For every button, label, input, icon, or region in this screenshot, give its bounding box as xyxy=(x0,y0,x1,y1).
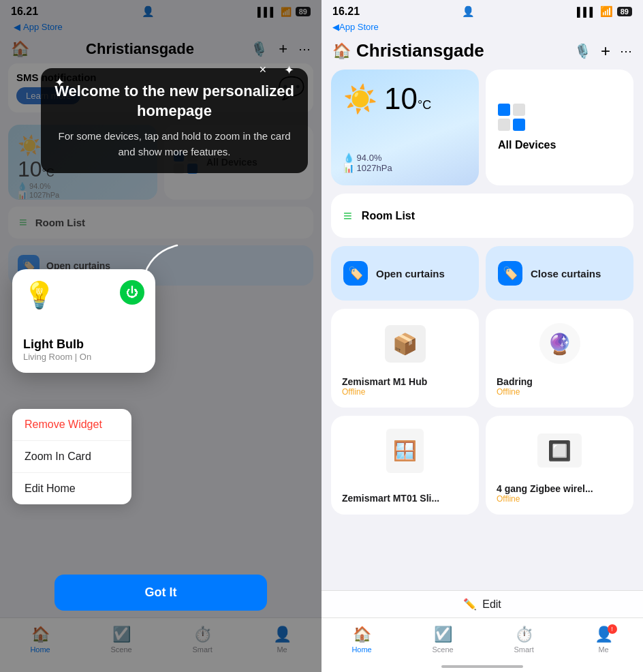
4gang-status: Offline xyxy=(497,494,623,504)
close-curtains-card[interactable]: 🏷️ Close curtains xyxy=(486,246,633,301)
ad-icon-4 xyxy=(513,119,525,131)
room-list-icon-right: ≡ xyxy=(343,207,352,225)
mt01-name: Zemismart MT01 Sli... xyxy=(342,493,468,504)
scene-tab-label-right: Scene xyxy=(432,645,453,654)
4gang-name: 4 gang Zigbee wirel... xyxy=(497,483,623,494)
open-curtain-icon: 🏷️ xyxy=(343,261,368,286)
tab-me-right[interactable]: 👤 ! Me xyxy=(595,626,613,654)
right-panel: 16.21 👤 ▌▌▌ 📶 89 ◀ App Store 🏠 Christian… xyxy=(322,0,643,672)
ad-icon-2 xyxy=(513,104,525,116)
all-devices-card-right[interactable]: All Devices xyxy=(486,70,633,185)
app-store-right[interactable]: ◀ App Store xyxy=(322,20,643,35)
app-store-label-right: App Store xyxy=(339,22,379,32)
4gang-info: 4 gang Zigbee wirel... Offline xyxy=(497,483,623,504)
mt01-icon-box: 🪟 xyxy=(386,429,424,473)
me-tab-label-right: Me xyxy=(598,645,608,654)
dark-overlay xyxy=(0,0,322,672)
right-nav-left: 🏠 Christiansgade xyxy=(332,40,484,61)
close-curtains-label: Close curtains xyxy=(531,268,601,279)
smart-tab-label-right: Smart xyxy=(514,645,533,654)
badring-info: Badring Offline xyxy=(497,376,623,397)
home-tab-label-right: Home xyxy=(351,645,371,654)
time-right: 16.21 xyxy=(332,5,360,18)
tab-bar-right: 🏠 Home ☑️ Scene ⏱️ Smart 👤 ! Me xyxy=(322,617,643,672)
weather-card-right: ☀️ 10°C 💧 94.0% 📊 1027hPa xyxy=(331,70,479,185)
person-icon-right: 👤 xyxy=(462,5,475,18)
all-devices-label-right: All Devices xyxy=(498,139,556,151)
right-nav-icons: 🎙️ + ⋯ xyxy=(574,42,632,61)
temp-value-right: 10 xyxy=(384,82,418,115)
device-card-4gang[interactable]: 🔲 4 gang Zigbee wirel... Offline xyxy=(486,416,633,515)
ad-icon-3 xyxy=(498,119,510,131)
humidity-right: 💧 94.0% xyxy=(343,153,467,163)
wifi-icon-right: 📶 xyxy=(600,5,613,18)
mt01-info: Zemismart MT01 Sli... xyxy=(342,493,468,504)
device-row-2: 🪟 Zemismart MT01 Sli... 🔲 4 gang Zigbee … xyxy=(331,416,633,515)
curtain-row-right: 🏷️ Open curtains 🏷️ Close curtains xyxy=(331,246,633,301)
signal-icon-right: ▌▌▌ xyxy=(577,7,596,17)
more-icon-right[interactable]: ⋯ xyxy=(620,44,632,59)
mt01-device-img: 🪟 xyxy=(342,427,468,474)
pressure-right: 📊 1027hPa xyxy=(343,163,467,173)
open-curtain-svg: 🏷️ xyxy=(348,266,363,281)
hub-info: Zemismart M1 Hub Offline xyxy=(342,376,468,397)
edit-label-right: Edit xyxy=(482,598,501,611)
right-home-title: Christiansgade xyxy=(356,40,484,61)
back-icon-right: ◀ xyxy=(332,22,339,32)
all-devices-icon-right xyxy=(498,104,525,131)
tab-scene-right[interactable]: ☑️ Scene xyxy=(432,626,453,654)
device-card-badring[interactable]: 🔮 Badring Offline xyxy=(486,309,633,408)
sun-icon-right: ☀️ xyxy=(343,83,377,115)
status-bar-right: 16.21 👤 ▌▌▌ 📶 89 xyxy=(322,0,643,20)
open-curtains-label: Open curtains xyxy=(376,268,445,279)
hub-status: Offline xyxy=(342,387,468,397)
battery-right: 89 xyxy=(617,7,632,16)
right-scroll-area: ☀️ 10°C 💧 94.0% 📊 1027hPa All Dev xyxy=(322,70,643,578)
weather-top-right: ☀️ 10°C xyxy=(343,82,467,116)
close-curtain-icon: 🏷️ xyxy=(498,261,522,286)
add-icon-right[interactable]: + xyxy=(601,42,610,61)
badring-icon-box: 🔮 xyxy=(539,323,580,364)
mic-icon-right[interactable]: 🎙️ xyxy=(574,43,591,59)
badring-name: Badring xyxy=(497,376,623,387)
close-curtain-svg: 🏷️ xyxy=(503,266,518,281)
4gang-icon-box: 🔲 xyxy=(537,433,582,468)
left-panel: 16.21 👤 ▌▌▌ 📶 89 ◀ App Store 🏠 Christian… xyxy=(0,0,322,672)
hub-device-img: 📦 xyxy=(342,320,468,367)
room-list-label-right: Room List xyxy=(362,210,415,222)
me-badge: ! xyxy=(608,624,617,634)
scene-tab-icon-right: ☑️ xyxy=(434,626,452,643)
badring-device-img: 🔮 xyxy=(497,320,623,367)
right-nav: 🏠 Christiansgade 🎙️ + ⋯ xyxy=(322,35,643,70)
tab-home-right[interactable]: 🏠 Home xyxy=(351,626,371,654)
ad-icon-1 xyxy=(498,104,510,116)
top-row-right: ☀️ 10°C 💧 94.0% 📊 1027hPa All Dev xyxy=(331,70,633,185)
edit-bar-right[interactable]: ✏️ Edit xyxy=(322,590,643,617)
smart-tab-icon-right: ⏱️ xyxy=(515,626,533,643)
open-curtains-card[interactable]: 🏷️ Open curtains xyxy=(331,246,479,301)
device-row-1: 📦 Zemismart M1 Hub Offline 🔮 Badring Off… xyxy=(331,309,633,408)
temp-right: 10°C xyxy=(384,82,431,116)
4gang-device-img: 🔲 xyxy=(497,427,623,474)
hub-name: Zemismart M1 Hub xyxy=(342,376,468,387)
tab-smart-right[interactable]: ⏱️ Smart xyxy=(514,626,533,654)
edit-pencil-icon: ✏️ xyxy=(463,598,477,611)
device-card-hub[interactable]: 📦 Zemismart M1 Hub Offline xyxy=(331,309,479,408)
temp-unit-right: °C xyxy=(418,98,431,112)
weather-bottom-right: 💧 94.0% 📊 1027hPa xyxy=(343,147,467,173)
home-indicator-right xyxy=(441,665,523,668)
hub-icon-box: 📦 xyxy=(385,325,426,363)
home-tab-icon-right: 🏠 xyxy=(353,626,371,643)
room-list-card-right[interactable]: ≡ Room List xyxy=(331,194,633,238)
status-right-right: ▌▌▌ 📶 89 xyxy=(577,5,632,18)
device-card-mt01[interactable]: 🪟 Zemismart MT01 Sli... xyxy=(331,416,479,515)
badring-status: Offline xyxy=(497,387,623,397)
home-icon-right[interactable]: 🏠 xyxy=(332,42,351,60)
